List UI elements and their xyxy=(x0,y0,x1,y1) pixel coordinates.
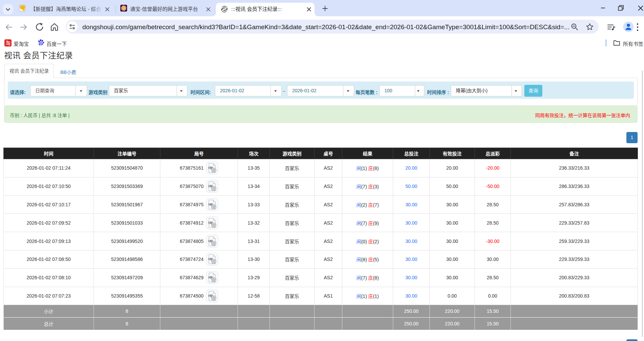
svg-text:du: du xyxy=(40,42,43,45)
